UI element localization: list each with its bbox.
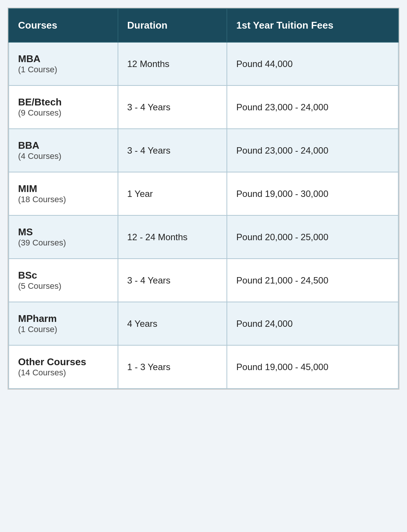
table-row: MPharm(1 Course)4 YearsPound 24,000 (9, 302, 398, 345)
table-cell-duration: 1 - 3 Years (118, 345, 227, 389)
table-cell-fees: Pound 44,000 (227, 42, 398, 85)
table-cell-fees: Pound 19,000 - 45,000 (227, 345, 398, 389)
table-cell-course: MPharm(1 Course) (9, 302, 118, 345)
header-duration: Duration (118, 9, 227, 42)
course-name: BE/Btech (18, 96, 109, 108)
course-count: (1 Course) (18, 65, 109, 75)
tuition-fees-table: Courses Duration 1st Year Tuition Fees M… (8, 8, 399, 390)
table-row: MBA(1 Course)12 MonthsPound 44,000 (9, 42, 398, 85)
table-row: BBA(4 Courses)3 - 4 YearsPound 23,000 - … (9, 129, 398, 172)
table-cell-duration: 12 Months (118, 42, 227, 85)
course-name: MPharm (18, 313, 109, 325)
course-name: MIM (18, 183, 109, 195)
header-fees: 1st Year Tuition Fees (227, 9, 398, 42)
table-cell-course: MS(39 Courses) (9, 215, 118, 259)
table-cell-course: BE/Btech(9 Courses) (9, 85, 118, 129)
table-cell-fees: Pound 23,000 - 24,000 (227, 129, 398, 172)
course-name: MBA (18, 53, 109, 65)
table-cell-course: BSc(5 Courses) (9, 259, 118, 302)
table-cell-duration: 1 Year (118, 172, 227, 215)
table-row: Other Courses(14 Courses)1 - 3 YearsPoun… (9, 345, 398, 389)
course-name: BBA (18, 140, 109, 151)
course-count: (4 Courses) (18, 151, 109, 161)
table-cell-course: MIM(18 Courses) (9, 172, 118, 215)
course-name: BSc (18, 270, 109, 281)
table-cell-fees: Pound 20,000 - 25,000 (227, 215, 398, 259)
course-count: (9 Courses) (18, 108, 109, 118)
course-count: (39 Courses) (18, 238, 109, 248)
course-count: (14 Courses) (18, 368, 109, 378)
course-count: (1 Course) (18, 325, 109, 334)
table-cell-duration: 12 - 24 Months (118, 215, 227, 259)
table-cell-fees: Pound 24,000 (227, 302, 398, 345)
table-row: BSc(5 Courses)3 - 4 YearsPound 21,000 - … (9, 259, 398, 302)
table-cell-course: BBA(4 Courses) (9, 129, 118, 172)
table-cell-duration: 3 - 4 Years (118, 85, 227, 129)
course-count: (5 Courses) (18, 281, 109, 291)
course-name: MS (18, 226, 109, 238)
course-name: Other Courses (18, 356, 109, 368)
table-row: MS(39 Courses)12 - 24 MonthsPound 20,000… (9, 215, 398, 259)
course-count: (18 Courses) (18, 195, 109, 204)
table-cell-course: Other Courses(14 Courses) (9, 345, 118, 389)
table-cell-duration: 4 Years (118, 302, 227, 345)
table-cell-fees: Pound 21,000 - 24,500 (227, 259, 398, 302)
table-cell-duration: 3 - 4 Years (118, 129, 227, 172)
header-courses: Courses (9, 9, 118, 42)
table-cell-fees: Pound 19,000 - 30,000 (227, 172, 398, 215)
table-header-row: Courses Duration 1st Year Tuition Fees (9, 9, 398, 42)
table-cell-fees: Pound 23,000 - 24,000 (227, 85, 398, 129)
table-row: MIM(18 Courses)1 YearPound 19,000 - 30,0… (9, 172, 398, 215)
table-row: BE/Btech(9 Courses)3 - 4 YearsPound 23,0… (9, 85, 398, 129)
table-cell-duration: 3 - 4 Years (118, 259, 227, 302)
table-cell-course: MBA(1 Course) (9, 42, 118, 85)
